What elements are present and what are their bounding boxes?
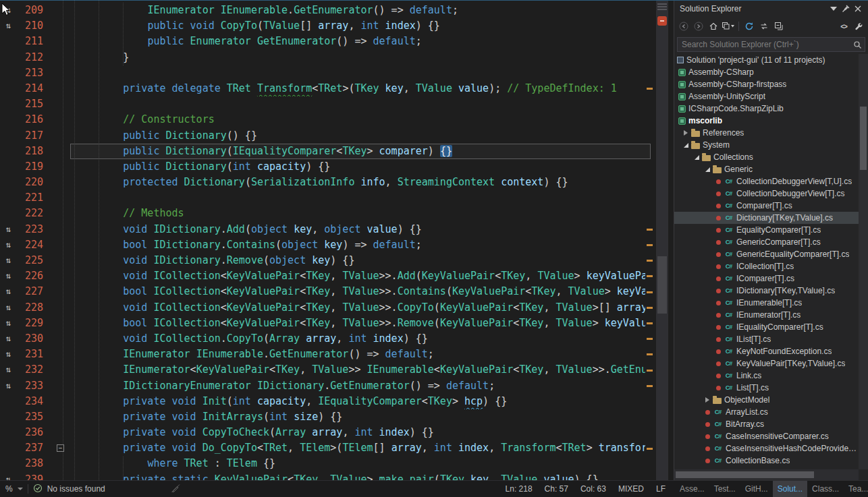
encoding-indicator[interactable]: MIXED (618, 484, 644, 494)
implements-interface-icon[interactable]: ⇅ (1, 3, 15, 18)
tree-item[interactable]: System (674, 139, 859, 151)
line-number[interactable]: 221 (13, 190, 43, 206)
character-indicator[interactable]: Ch: 57 (545, 484, 568, 494)
line-number[interactable]: 223 (13, 222, 43, 237)
tree-collapse-arrow-icon[interactable] (705, 167, 710, 172)
code-line[interactable]: 236 private void CopyToCheck(Array array… (0, 425, 674, 440)
code-line[interactable]: 213 (0, 65, 674, 81)
switch-views-icon[interactable] (722, 20, 735, 33)
line-number[interactable]: 222 (13, 206, 43, 221)
fold-collapse-icon[interactable]: − (57, 444, 64, 452)
line-number[interactable]: 235 (13, 409, 43, 425)
code-line[interactable]: ⇅223 void IDictionary.Add(object key, ob… (0, 222, 674, 237)
code-line[interactable]: ⇅209 IEnumerator IEnumerable.GetEnumerat… (0, 3, 674, 18)
tree-item[interactable]: C#KeyValuePair[TKey,TValue].cs (674, 357, 859, 370)
line-number[interactable]: 239 (13, 472, 43, 480)
zoom-dropdown-icon[interactable] (18, 488, 23, 490)
tree-item[interactable]: Assembly-CSharp (674, 66, 859, 78)
tool-window-tab[interactable]: Tea... (844, 481, 868, 497)
tree-item[interactable]: ICSharpCode.SharpZipLib (674, 103, 859, 115)
code-line[interactable]: 218 public Dictionary(IEqualityComparer<… (0, 144, 674, 159)
line-number[interactable]: 219 (13, 159, 43, 175)
tree-scrollbar-thumb[interactable] (860, 107, 867, 170)
tool-window-tab[interactable]: Solut... (773, 481, 807, 497)
line-number[interactable]: 213 (13, 65, 43, 81)
implements-interface-icon[interactable]: ⇅ (1, 253, 15, 268)
tree-item[interactable]: C#CollectionDebuggerView[T].cs (674, 187, 859, 200)
line-number[interactable]: 238 (13, 456, 43, 471)
code-line[interactable]: ⇅228 void ICollection<KeyValuePair<TKey,… (0, 300, 674, 316)
tree-horizontal-scrollbar[interactable] (674, 469, 859, 480)
tree-item[interactable]: C#CaseInsensitiveHashCodeProvider.cs (674, 442, 859, 455)
tree-item[interactable]: C#IDictionary[TKey,TValue].cs (674, 285, 859, 297)
tool-window-tab[interactable]: GitH... (740, 481, 773, 497)
implements-interface-icon[interactable]: ⇅ (1, 378, 15, 394)
line-number[interactable]: 218 (13, 144, 43, 159)
line-indicator[interactable]: Ln: 218 (506, 484, 533, 494)
code-line[interactable]: 219 public Dictionary(int capacity) {} (0, 159, 674, 175)
implements-interface-icon[interactable]: ⇅ (1, 331, 15, 347)
tree-item[interactable]: C#Comparer[T].cs (674, 200, 859, 212)
code-line[interactable]: 212 } (0, 50, 674, 65)
tree-item[interactable]: C#CollectionDebuggerView[T,U].cs (674, 175, 859, 187)
code-line[interactable]: ⇅239 private static KeyValuePair<TKey, T… (0, 472, 674, 480)
code-line[interactable]: 220 protected Dictionary(SerializationIn… (0, 175, 674, 190)
line-number[interactable]: 230 (13, 331, 43, 347)
code-line[interactable]: ⇅226 void ICollection<KeyValuePair<TKey,… (0, 268, 674, 284)
code-line[interactable]: 216 // Constructors (0, 112, 674, 127)
sync-with-active-document-icon[interactable] (757, 20, 771, 33)
tree-collapse-arrow-icon[interactable] (695, 155, 699, 160)
code-line[interactable]: 222 // Methods (0, 206, 674, 221)
code-line[interactable]: ⇅232 IEnumerator<KeyValuePair<TKey, TVal… (0, 362, 674, 378)
code-line[interactable]: 234 private void Init(int capacity, IEqu… (0, 394, 674, 409)
tree-expand-arrow-icon[interactable] (684, 130, 688, 136)
code-line[interactable]: 235 private void InitArrays(int size) {} (0, 409, 674, 425)
line-number[interactable]: 232 (13, 362, 43, 378)
tree-item[interactable]: C#CaseInsensitiveComparer.cs (674, 430, 859, 442)
pencil-slash-icon[interactable] (171, 484, 180, 495)
implements-interface-icon[interactable]: ⇅ (1, 347, 15, 362)
code-line[interactable]: ⇅227 bool ICollection<KeyValuePair<TKey,… (0, 284, 674, 299)
line-number[interactable]: 237 (13, 440, 43, 456)
tree-item[interactable]: C#IEnumerable[T].cs (674, 297, 859, 309)
tree-item[interactable]: C#ArrayList.cs (674, 406, 859, 418)
tree-vertical-scrollbar[interactable] (859, 54, 868, 469)
tree-item[interactable]: C#GenericEqualityComparer[T].cs (674, 248, 859, 260)
tree-item[interactable]: C#IEnumerator[T].cs (674, 309, 859, 321)
home-icon[interactable] (707, 20, 720, 33)
tree-item[interactable]: Solution 'project-gui' (11 of 11 project… (674, 54, 859, 66)
tree-item[interactable]: Generic (674, 163, 859, 175)
line-number[interactable]: 233 (13, 378, 43, 394)
code-line[interactable]: ⇅210 public void CopyTo(TValue[] array, … (0, 18, 674, 34)
search-input[interactable] (678, 40, 850, 49)
implements-interface-icon[interactable]: ⇅ (1, 222, 15, 237)
collapse-all-icon[interactable] (772, 20, 786, 33)
implements-interface-icon[interactable]: ⇅ (1, 237, 15, 253)
tree-collapse-arrow-icon[interactable] (684, 143, 688, 148)
search-icon[interactable] (850, 40, 865, 49)
tree-item[interactable]: C#BitArray.cs (674, 418, 859, 430)
code-line[interactable]: 217 public Dictionary() {} (0, 128, 674, 144)
code-line[interactable]: ⇅229 bool ICollection<KeyValuePair<TKey,… (0, 316, 674, 331)
tree-item[interactable]: References (674, 127, 859, 139)
line-number[interactable]: 216 (13, 112, 43, 127)
line-number[interactable]: 236 (13, 425, 43, 440)
tree-item[interactable]: C#EqualityComparer[T].cs (674, 224, 859, 236)
view-code-icon[interactable]: <> (837, 20, 850, 33)
tree-item[interactable]: C#IList[T].cs (674, 333, 859, 345)
issues-indicator-icon[interactable] (33, 484, 43, 495)
code-line[interactable]: 211 public Enumerator GetEnumerator() =>… (0, 34, 674, 49)
file-health-indicator-icon[interactable] (657, 16, 667, 26)
tree-item[interactable]: C#Link.cs (674, 370, 859, 382)
line-number[interactable]: 210 (13, 18, 43, 34)
splitter-grip-icon[interactable] (657, 3, 667, 10)
code-line[interactable]: 238 where TRet : TElem {} (0, 456, 674, 471)
implements-interface-icon[interactable]: ⇅ (1, 362, 15, 378)
implements-interface-icon[interactable]: ⇅ (1, 18, 15, 34)
tree-item[interactable]: C#IEqualityComparer[T].cs (674, 321, 859, 333)
editor-scrollbar[interactable] (656, 0, 668, 480)
tree-item[interactable]: Collections (674, 151, 859, 163)
code-line[interactable]: 237− private void Do_CopyTo<TRet, TElem>… (0, 440, 674, 456)
implements-interface-icon[interactable]: ⇅ (1, 472, 15, 480)
tree-item[interactable]: mscorlib (674, 115, 859, 127)
